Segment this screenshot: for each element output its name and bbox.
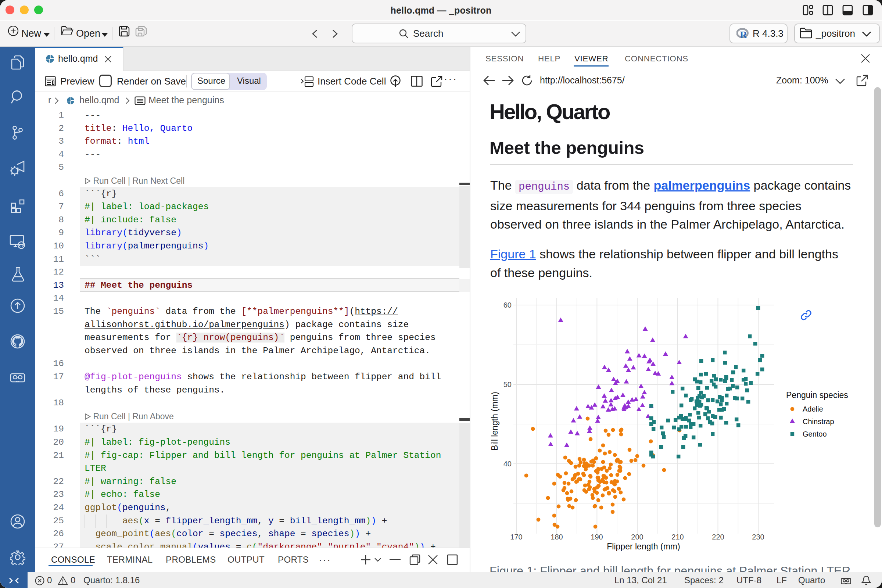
svg-text:180: 180 xyxy=(550,533,562,541)
svg-text:220: 220 xyxy=(712,533,724,541)
svg-text:170: 170 xyxy=(510,533,522,541)
svg-text:190: 190 xyxy=(591,533,603,541)
svg-text:200: 200 xyxy=(631,533,643,541)
svg-text:Flipper length (mm): Flipper length (mm) xyxy=(607,542,680,551)
svg-text:Penguin species: Penguin species xyxy=(786,390,848,400)
svg-text:Chinstrap: Chinstrap xyxy=(802,417,834,426)
svg-text:60: 60 xyxy=(504,301,512,309)
svg-text:R: R xyxy=(740,29,747,39)
svg-text:Bill length (mm): Bill length (mm) xyxy=(490,392,500,450)
svg-text:40: 40 xyxy=(504,460,512,468)
svg-text:210: 210 xyxy=(671,533,684,541)
svg-text:230: 230 xyxy=(752,533,764,541)
svg-text:Gentoo: Gentoo xyxy=(802,430,827,438)
svg-text:Adelie: Adelie xyxy=(802,405,823,413)
svg-text:50: 50 xyxy=(504,380,512,388)
